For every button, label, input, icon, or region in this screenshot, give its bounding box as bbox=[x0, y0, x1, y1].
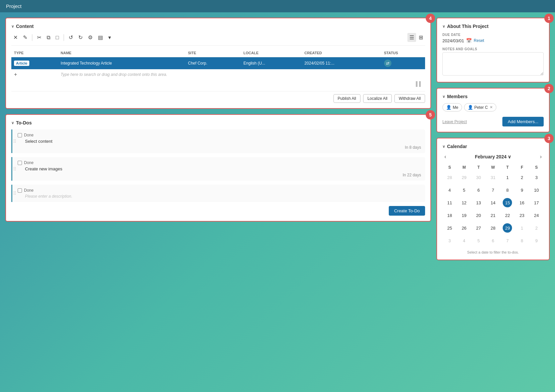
calendar-day-29[interactable]: 29 bbox=[457, 171, 471, 184]
member-chip-me[interactable]: 👤 Me bbox=[442, 103, 462, 111]
calendar-day-28[interactable]: 28 bbox=[442, 171, 457, 184]
col-site: SITE bbox=[185, 49, 241, 57]
delete-button[interactable]: ✕ bbox=[11, 33, 20, 42]
member-label-me: Me bbox=[453, 105, 458, 110]
content-chevron-icon[interactable]: ∨ bbox=[11, 24, 14, 29]
copy-button[interactable]: ⧉ bbox=[45, 33, 52, 42]
calendar-day-13[interactable]: 13 bbox=[471, 196, 486, 209]
refresh2-button[interactable]: ↻ bbox=[76, 33, 85, 42]
drag-handle-2[interactable]: ⠿ bbox=[13, 166, 16, 172]
calendar-prev-button[interactable]: ‹ bbox=[442, 153, 448, 160]
calendar-month-chevron: ∨ bbox=[508, 154, 511, 159]
calendar-day-8[interactable]: 8 bbox=[515, 234, 529, 247]
calendar-day-16[interactable]: 16 bbox=[515, 196, 529, 209]
calendar-chevron-icon[interactable]: ∨ bbox=[442, 144, 445, 149]
calendar-day-5[interactable]: 5 bbox=[457, 184, 471, 196]
reset-link[interactable]: Reset bbox=[474, 38, 484, 43]
drag-handle-3[interactable]: ⠿ bbox=[13, 191, 16, 196]
calendar-day-22[interactable]: 22 bbox=[500, 209, 515, 222]
members-chevron-icon[interactable]: ∨ bbox=[442, 95, 445, 99]
calendar-day-4[interactable]: 4 bbox=[457, 234, 471, 247]
create-todo-button[interactable]: Create To-Do bbox=[389, 206, 425, 216]
edit-button[interactable]: ✎ bbox=[21, 33, 29, 42]
todo-title-2: Create new images bbox=[18, 166, 421, 171]
calendar-day-5[interactable]: 5 bbox=[471, 234, 486, 247]
cal-sat: S bbox=[529, 164, 544, 171]
calendar-day-6[interactable]: 6 bbox=[486, 234, 500, 247]
withdraw-all-button[interactable]: Withdraw All bbox=[394, 94, 425, 103]
calendar-day-11[interactable]: 11 bbox=[442, 196, 457, 209]
member-chip-peter[interactable]: 👤 Peter C ✕ bbox=[464, 103, 497, 111]
add-members-button[interactable]: Add Members... bbox=[502, 117, 544, 126]
list-button[interactable]: ▤ bbox=[96, 33, 105, 42]
calendar-day-20[interactable]: 20 bbox=[471, 209, 486, 222]
calendar-day-1[interactable]: 1 bbox=[515, 222, 529, 234]
calendar-day-18[interactable]: 18 bbox=[442, 209, 457, 222]
calendar-day-30[interactable]: 30 bbox=[471, 171, 486, 184]
calendar-next-button[interactable]: › bbox=[538, 153, 544, 160]
view-list-button[interactable]: ☰ bbox=[407, 33, 416, 42]
table-header-row: TYPE NAME SITE LOCALE CREATED STATUS bbox=[11, 49, 425, 57]
todo-checkbox-3[interactable] bbox=[18, 188, 22, 193]
settings-button[interactable]: ⚙ bbox=[86, 33, 95, 42]
calendar-day-3[interactable]: 3 bbox=[442, 234, 457, 247]
calendar-day-9[interactable]: 9 bbox=[515, 184, 529, 196]
todo-checkbox-2[interactable] bbox=[18, 161, 22, 165]
calendar-day-21[interactable]: 21 bbox=[486, 209, 500, 222]
todos-panel-title: To-Dos bbox=[16, 120, 32, 125]
refresh1-button[interactable]: ↺ bbox=[67, 33, 75, 42]
calendar-day-10[interactable]: 10 bbox=[529, 184, 544, 196]
content-panel: 4 ∨ Content ✕ ✎ ✂ ⧉ □ ↺ ↻ ⚙ ▤ ▾ ☰ bbox=[5, 18, 431, 109]
calendar-day-12[interactable]: 12 bbox=[457, 196, 471, 209]
calendar-day-8[interactable]: 8 bbox=[500, 184, 515, 196]
more-button[interactable]: ▾ bbox=[106, 33, 113, 42]
cut-button[interactable]: ✂ bbox=[35, 33, 43, 42]
calendar-day-7[interactable]: 7 bbox=[486, 184, 500, 196]
calendar-day-4[interactable]: 4 bbox=[442, 184, 457, 196]
calendar-day-25[interactable]: 25 bbox=[442, 222, 457, 234]
calendar-day-28[interactable]: 28 bbox=[486, 222, 500, 234]
content-footer: Publish All Localize All Withdraw All bbox=[11, 91, 425, 103]
localize-all-button[interactable]: Localize All bbox=[363, 94, 392, 103]
calendar-day-23[interactable]: 23 bbox=[515, 209, 529, 222]
calendar-day-2[interactable]: 2 bbox=[529, 222, 544, 234]
todo-description-3[interactable]: Please enter a description. bbox=[18, 194, 421, 199]
publish-all-button[interactable]: Publish All bbox=[333, 94, 360, 103]
calendar-day-17[interactable]: 17 bbox=[529, 196, 544, 209]
member-remove-peter[interactable]: ✕ bbox=[490, 105, 493, 109]
about-chevron-icon[interactable]: ∨ bbox=[442, 24, 445, 29]
content-panel-title: Content bbox=[16, 24, 34, 29]
paste-button[interactable]: □ bbox=[54, 33, 61, 42]
add-content-row[interactable]: + Type here to search or drag and drop c… bbox=[11, 69, 425, 80]
calendar-day-6[interactable]: 6 bbox=[471, 184, 486, 196]
calendar-day-15[interactable]: 15 bbox=[500, 196, 515, 209]
todo-checkbox-1[interactable] bbox=[18, 133, 22, 137]
calendar-day-31[interactable]: 31 bbox=[486, 171, 500, 184]
calendar-day-19[interactable]: 19 bbox=[457, 209, 471, 222]
calendar-day-3[interactable]: 3 bbox=[529, 171, 544, 184]
content-panel-badge: 4 bbox=[426, 14, 435, 23]
todo-done-label-3: Done bbox=[24, 188, 34, 193]
calendar-day-9[interactable]: 9 bbox=[529, 234, 544, 247]
cell-status: ⇄ bbox=[381, 57, 425, 70]
todos-panel: 5 ∨ To-Dos ⠿ Done Select content In 8 da… bbox=[5, 114, 431, 222]
calendar-day-27[interactable]: 27 bbox=[471, 222, 486, 234]
notes-textarea[interactable] bbox=[442, 52, 544, 76]
view-grid-button[interactable]: ⊞ bbox=[417, 33, 425, 42]
calendar-day-29[interactable]: 29 bbox=[500, 222, 515, 234]
calendar-month[interactable]: February 2024 ∨ bbox=[475, 154, 511, 159]
calendar-day-14[interactable]: 14 bbox=[486, 196, 500, 209]
table-row[interactable]: Article Integrated Technology Article Ch… bbox=[11, 57, 425, 70]
leave-project-button[interactable]: Leave Project bbox=[442, 119, 467, 124]
due-date-value: 2024/03/01 📅 Reset bbox=[442, 38, 544, 43]
add-placeholder[interactable]: Type here to search or drag and drop con… bbox=[58, 69, 425, 80]
calendar-week-4: 18192021222324 bbox=[442, 209, 544, 222]
calendar-day-7[interactable]: 7 bbox=[500, 234, 515, 247]
todos-chevron-icon[interactable]: ∨ bbox=[11, 121, 14, 125]
calendar-day-1[interactable]: 1 bbox=[500, 171, 515, 184]
calendar-day-24[interactable]: 24 bbox=[529, 209, 544, 222]
calendar-day-26[interactable]: 26 bbox=[457, 222, 471, 234]
table-bar-row: ▌▌ bbox=[11, 80, 425, 88]
calendar-day-2[interactable]: 2 bbox=[515, 171, 529, 184]
drag-handle-1[interactable]: ⠿ bbox=[13, 139, 16, 144]
